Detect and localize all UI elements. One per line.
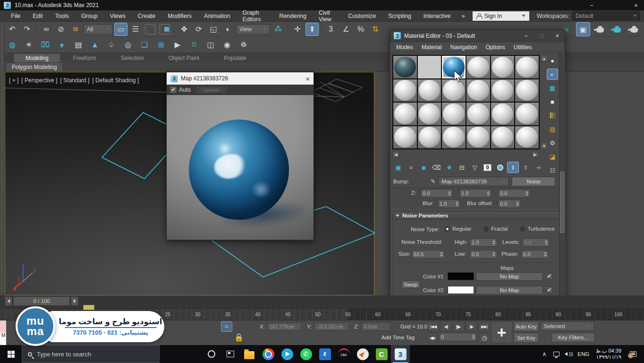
menu-customize[interactable]: Customize: [342, 10, 382, 22]
x-coordinate-field[interactable]: 261.779cm: [267, 322, 302, 331]
selection-lock-icon[interactable]: 🔒: [234, 332, 244, 342]
select-and-link-icon[interactable]: ∞: [40, 23, 53, 36]
material-slot-21[interactable]: [442, 126, 466, 149]
add-time-tag[interactable]: Add Time Tag: [381, 335, 415, 340]
isolate-selection-toggle-icon[interactable]: ⌑: [221, 321, 232, 332]
spinner-arrows-icon[interactable]: [456, 201, 458, 206]
material-slot-11[interactable]: [491, 79, 515, 102]
auto-key-button[interactable]: Auto Key: [514, 321, 539, 331]
next-frame-arrow-icon[interactable]: [71, 296, 78, 306]
material-slot-6[interactable]: [515, 56, 539, 78]
spinner-arrows-icon[interactable]: [492, 252, 495, 257]
material-slot-15[interactable]: [442, 103, 466, 125]
bind-to-space-warp-icon[interactable]: ≋: [69, 23, 82, 36]
material-slot-12[interactable]: [515, 79, 539, 102]
slots-scroll-left-icon[interactable]: ◀: [392, 151, 399, 158]
selection-filter-dropdown[interactable]: All: [84, 24, 113, 35]
spinner-arrows-icon[interactable]: [472, 335, 475, 339]
show-end-result-icon[interactable]: ‖: [507, 162, 519, 173]
size-spinner[interactable]: 63.5: [412, 250, 445, 259]
auto-update-checkbox[interactable]: ✔ Auto: [170, 86, 191, 93]
light-icon[interactable]: ◍: [6, 38, 19, 52]
high-spinner[interactable]: 1.0: [470, 238, 497, 247]
select-and-rotate-icon[interactable]: ⟳: [192, 23, 205, 36]
y-coordinate-field[interactable]: -313.151cm: [314, 322, 349, 331]
tray-chevron-up-icon[interactable]: ∧: [539, 347, 550, 361]
sample-type-sphere-icon[interactable]: ●: [547, 55, 558, 66]
render-setup-icon[interactable]: [593, 22, 607, 36]
z-offset-spinner[interactable]: 0.0: [421, 189, 453, 198]
material-editor-icon[interactable]: ▣: [576, 22, 590, 36]
go-forward-to-sibling-icon[interactable]: ➜: [533, 162, 544, 173]
parameters-scrollbar[interactable]: [559, 53, 565, 317]
taskbar-search-input[interactable]: Type here to search: [22, 345, 160, 363]
me-menu-modes[interactable]: Modes: [392, 44, 417, 51]
sample-uv-tiling-icon[interactable]: ■: [547, 96, 558, 107]
menu-scripting[interactable]: Scripting: [382, 10, 417, 22]
layers-icon[interactable]: ❏: [138, 38, 151, 52]
reset-map-icon[interactable]: ⌫: [431, 162, 442, 173]
reference-coordinate-dropdown[interactable]: View: [236, 24, 270, 35]
language-indicator[interactable]: ENG: [576, 347, 591, 361]
material-slot-3[interactable]: [442, 56, 466, 78]
menu-interactive[interactable]: Interactive: [417, 10, 457, 22]
file-explorer-button[interactable]: [240, 345, 259, 363]
material-slot-23[interactable]: [491, 126, 515, 149]
action-center-button[interactable]: 1: [626, 347, 640, 361]
torus-icon[interactable]: ◎: [121, 38, 135, 52]
update-button[interactable]: Update: [195, 86, 227, 94]
cortana-button[interactable]: [202, 345, 221, 363]
key-filters-button[interactable]: Key Filters...: [551, 333, 595, 342]
spinner-arrows-icon[interactable]: [545, 240, 548, 245]
save-icon[interactable]: ▽: [469, 162, 481, 173]
map-window-title-bar[interactable]: 3 Map #2138383726 ×: [167, 72, 314, 85]
tab-polygon-modeling[interactable]: Polygon Modeling: [6, 62, 63, 71]
render-production-icon[interactable]: [627, 22, 641, 36]
add-grid-icon[interactable]: ⊞: [154, 38, 168, 52]
me-close-button[interactable]: ×: [556, 33, 559, 39]
color1-swatch[interactable]: [448, 272, 474, 280]
material-slot-9[interactable]: [442, 79, 466, 102]
snaps-toggle-icon[interactable]: ⬆: [305, 23, 319, 36]
angle-snap-toggle-icon[interactable]: ∠: [339, 23, 353, 36]
blue-app-button[interactable]: ℓ: [315, 345, 334, 363]
select-and-move-icon[interactable]: ✥: [178, 23, 191, 36]
task-view-button[interactable]: [221, 345, 240, 363]
put-to-library-icon[interactable]: ⊟: [456, 162, 468, 173]
color1-map-enable-checkbox[interactable]: ✔: [546, 273, 553, 280]
spinner-arrows-icon[interactable]: [516, 201, 519, 206]
minimize-button[interactable]: −: [584, 0, 600, 10]
ribbon-tab-populate[interactable]: Populate: [212, 54, 257, 62]
selection-set-dropdown[interactable]: Selected: [541, 321, 594, 331]
me-menu-utilities[interactable]: Utilities: [509, 44, 536, 51]
camtasia-button[interactable]: C: [372, 345, 391, 363]
color2-map-enable-checkbox[interactable]: ✔: [546, 286, 553, 294]
ribbon-tab-modeling[interactable]: Modeling: [14, 54, 60, 62]
spinner-arrows-icon[interactable]: [487, 191, 490, 196]
sign-in-button[interactable]: Sign In: [473, 11, 529, 21]
rendered-frame-window-icon[interactable]: [610, 22, 624, 36]
material-slot-18[interactable]: [515, 103, 539, 125]
unlink-selection-icon[interactable]: ⊘: [54, 23, 68, 36]
assign-material-to-selection-icon[interactable]: ◙: [418, 162, 430, 173]
me-maximize-button[interactable]: □: [540, 33, 543, 39]
material-slot-4[interactable]: [466, 56, 490, 78]
material-slot-14[interactable]: [418, 103, 441, 125]
close-button[interactable]: ×: [628, 0, 644, 10]
map-name-dropdown[interactable]: Map #2138383726: [438, 177, 509, 186]
create-key-button[interactable]: +: [491, 321, 512, 343]
select-and-scale-icon[interactable]: ◱: [207, 23, 220, 36]
3dsmax-taskbar-button[interactable]: 3: [391, 345, 410, 363]
taskbar-clock[interactable]: 04:39 ب.ظ ۱۳۹۹/۱۱/۱۹: [593, 348, 624, 360]
get-material-icon[interactable]: ▣: [392, 162, 404, 173]
menu-edit[interactable]: Edit: [26, 10, 49, 22]
next-frame-icon[interactable]: |▶: [466, 321, 477, 331]
percent-snap-toggle-icon[interactable]: %: [354, 23, 367, 36]
blur-spinner[interactable]: 1.0: [438, 199, 460, 208]
redo-icon[interactable]: ↷: [20, 23, 34, 36]
me-menu-options[interactable]: Options: [481, 44, 509, 51]
material-editor-title-bar[interactable]: 3 Material Editor - 03 - Default − □ ×: [390, 30, 565, 42]
swap-button[interactable]: Swap: [401, 280, 420, 288]
previous-frame-icon[interactable]: ◀|: [440, 321, 452, 331]
menu-group[interactable]: Group: [75, 10, 104, 22]
